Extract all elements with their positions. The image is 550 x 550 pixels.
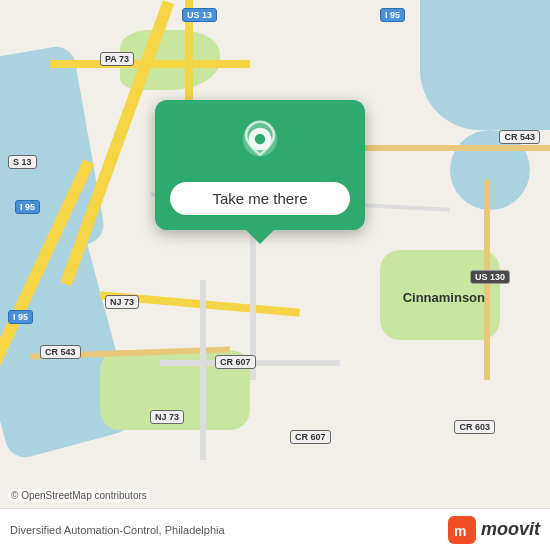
i95-bottom-label: I 95 [8,310,33,324]
business-name: Diversified Automation-Control, Philadel… [10,524,225,536]
location-popup: Take me there [155,100,365,230]
moovit-icon: m [448,516,476,544]
cr607-bottom-label: CR 607 [290,430,331,444]
location-pin-icon [234,120,286,172]
svg-point-2 [255,134,265,144]
us13-label: US 13 [182,8,217,22]
cr607-left-label: CR 607 [215,355,256,369]
take-me-there-button[interactable]: Take me there [170,182,350,215]
nj73-bottom-label: NJ 73 [150,410,184,424]
i95-top-label: I 95 [380,8,405,22]
pa73-label: PA 73 [100,52,134,66]
moovit-logo-text: moovit [481,519,540,540]
map-container: US 13 I 95 I 95 I 95 PA 73 S 13 CR 543 N… [0,0,550,550]
cinnaminson-label: Cinnaminson [403,290,485,305]
cr543-top-label: CR 543 [499,130,540,144]
pa73-road [50,60,250,68]
moovit-branding: m moovit [448,516,540,544]
cr603-label: CR 603 [454,420,495,434]
info-bar: Diversified Automation-Control, Philadel… [0,508,550,550]
us130-label: US 130 [470,270,510,284]
water-top-right [420,0,550,130]
s13-label: S 13 [8,155,37,169]
small-road-2 [200,280,206,460]
cr543-bottom-label: CR 543 [40,345,81,359]
i95-left-label: I 95 [15,200,40,214]
nj73-top-label: NJ 73 [105,295,139,309]
svg-text:m: m [454,523,466,539]
copyright-text: © OpenStreetMap contributors [8,489,150,502]
